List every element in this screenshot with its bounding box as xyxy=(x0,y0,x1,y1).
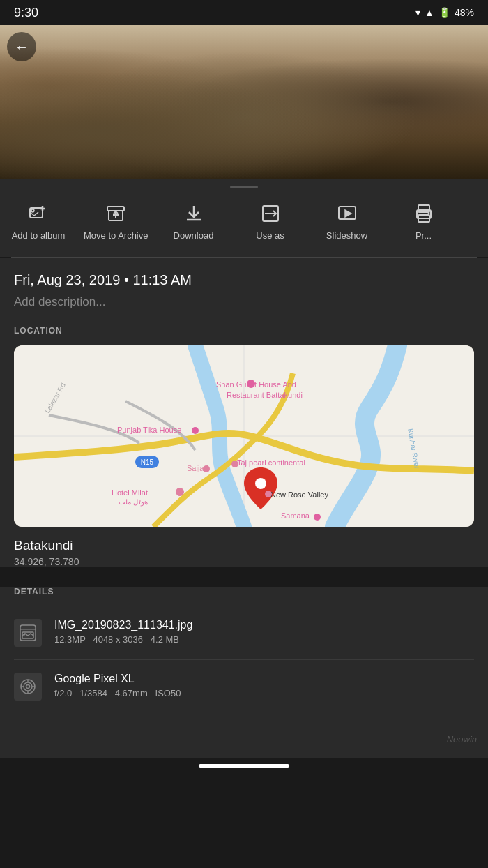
svg-text:Restaurant Battakundi: Restaurant Battakundi xyxy=(227,391,303,399)
add-to-album-label: Add to album xyxy=(12,230,66,242)
download-icon xyxy=(183,202,205,225)
status-bar: 9:30 ▾ ▲ 🔋 48% xyxy=(0,0,488,25)
actions-bar: Add to album Move to Archive Download xyxy=(0,191,488,257)
svg-text:Punjab Tika House: Punjab Tika House xyxy=(117,426,181,434)
slideshow-icon xyxy=(336,202,358,225)
svg-text:Taj pearl continental: Taj pearl continental xyxy=(237,458,305,467)
svg-text:Samana: Samana xyxy=(281,511,310,520)
sheet-handle xyxy=(0,179,488,191)
svg-point-30 xyxy=(203,465,210,472)
back-icon: ← xyxy=(15,39,29,55)
file-detail-info: IMG_20190823_111341.jpg 12.3MP 4048 x 30… xyxy=(54,619,192,645)
svg-point-26 xyxy=(192,427,199,434)
svg-point-48 xyxy=(24,682,32,691)
action-move-to-archive[interactable]: Move to Archive xyxy=(77,198,155,246)
status-icons: ▾ ▲ 🔋 48% xyxy=(415,7,474,18)
photo-date: Fri, Aug 23, 2019 • 11:13 AM xyxy=(14,272,474,288)
svg-point-5 xyxy=(31,209,34,212)
svg-point-24 xyxy=(247,380,255,388)
battery-icon: 🔋 xyxy=(439,7,450,18)
add-album-icon xyxy=(27,202,49,225)
move-to-archive-label: Move to Archive xyxy=(84,230,148,242)
watermark-area: Neowin xyxy=(0,727,488,758)
add-description[interactable]: Add description... xyxy=(14,295,474,309)
camera-detail-row: Google Pixel XL f/2.0 1/3584 4.67mm ISO5… xyxy=(14,660,474,713)
camera-detail-info: Google Pixel XL f/2.0 1/3584 4.67mm ISO5… xyxy=(54,673,181,698)
svg-point-35 xyxy=(176,488,184,496)
use-as-label: Use as xyxy=(256,230,284,242)
svg-text:Hotel Milat: Hotel Milat xyxy=(112,488,148,497)
content-area: Fri, Aug 23, 2019 • 11:13 AM Add descrip… xyxy=(0,258,488,567)
back-button[interactable]: ← xyxy=(7,32,36,61)
svg-point-18 xyxy=(427,213,429,215)
svg-rect-15 xyxy=(418,205,429,212)
action-use-as[interactable]: Use as xyxy=(232,198,309,246)
action-download[interactable]: Download xyxy=(155,198,232,246)
svg-line-4 xyxy=(34,212,38,216)
file-name: IMG_20190823_111341.jpg xyxy=(54,619,192,631)
action-slideshow[interactable]: Slideshow xyxy=(309,198,386,246)
print-icon xyxy=(413,202,435,225)
home-bar xyxy=(199,764,289,768)
file-meta: 12.3MP 4048 x 3036 4.2 MB xyxy=(54,634,192,645)
location-name: Batakundi xyxy=(14,538,474,553)
svg-point-49 xyxy=(26,684,30,688)
watermark-text: Neowin xyxy=(447,734,477,744)
location-coords: 34.926, 73.780 xyxy=(14,556,474,567)
download-label: Download xyxy=(174,230,214,242)
battery-percent: 48% xyxy=(455,7,474,18)
wifi-icon: ▾ xyxy=(415,7,420,18)
camera-meta: f/2.0 1/3584 4.67mm ISO50 xyxy=(54,688,181,698)
slideshow-label: Slideshow xyxy=(326,230,367,242)
svg-point-32 xyxy=(231,461,238,467)
details-section-label: DETAILS xyxy=(14,587,474,597)
action-print[interactable]: Pr... xyxy=(386,198,462,246)
svg-point-46 xyxy=(24,633,26,635)
svg-point-41 xyxy=(314,514,321,521)
home-indicator xyxy=(0,758,488,776)
status-time: 9:30 xyxy=(14,6,38,20)
svg-text:N15: N15 xyxy=(141,458,154,466)
location-section-label: LOCATION xyxy=(14,326,474,336)
svg-text:New Rose Valley: New Rose Valley xyxy=(270,491,328,499)
svg-text:Shan Guest House And: Shan Guest House And xyxy=(216,380,296,389)
svg-point-37 xyxy=(255,478,266,489)
svg-marker-14 xyxy=(345,210,351,217)
photo-background xyxy=(0,25,488,179)
file-detail-row: IMG_20190823_111341.jpg 12.3MP 4048 x 30… xyxy=(14,606,474,660)
print-label: Pr... xyxy=(415,230,432,242)
use-as-icon xyxy=(259,202,282,225)
camera-model: Google Pixel XL xyxy=(54,673,181,685)
details-section: DETAILS IMG_20190823_111341.jpg 12.3MP 4… xyxy=(0,587,488,727)
svg-text:هوٹل ملت: هوٹل ملت xyxy=(119,498,148,507)
action-add-to-album[interactable]: Add to album xyxy=(0,198,77,246)
camera-icon xyxy=(14,673,42,701)
file-icon xyxy=(14,619,42,647)
svg-point-39 xyxy=(265,491,272,497)
handle-bar xyxy=(230,186,258,188)
photo-area: ← xyxy=(0,25,488,179)
map-container[interactable]: Shan Guest House And Restaurant Battakun… xyxy=(14,345,474,527)
archive-icon xyxy=(105,202,127,225)
signal-icon: ▲ xyxy=(425,7,434,18)
